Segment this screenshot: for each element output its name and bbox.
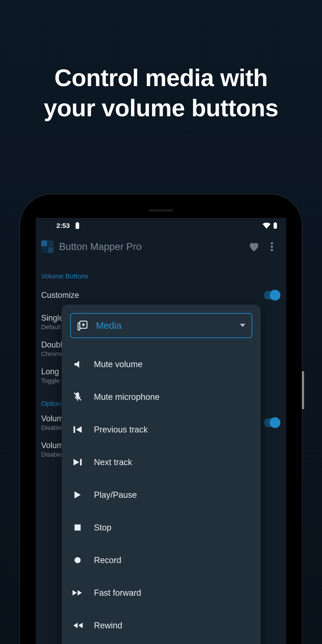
statusbar-time: 2:53 xyxy=(56,222,70,230)
menu-item-record[interactable]: Record xyxy=(62,544,261,576)
menu-item-play-pause[interactable]: Play/Pause xyxy=(62,478,261,511)
toggle-switch[interactable] xyxy=(264,291,280,300)
app-bar: Button Mapper Pro xyxy=(36,234,286,260)
chevron-down-icon xyxy=(240,324,245,327)
category-dropdown[interactable]: Media xyxy=(70,313,252,338)
svg-rect-2 xyxy=(274,223,277,229)
mute-volume-icon xyxy=(70,360,85,369)
stop-icon xyxy=(70,524,85,531)
svg-rect-3 xyxy=(274,222,276,224)
media-library-icon xyxy=(77,320,88,331)
headline-line2: your volume buttons xyxy=(44,94,278,122)
svg-point-4 xyxy=(271,242,273,244)
app-screen: 2:53 Button Mapper Pro xyxy=(36,218,286,644)
headline-line1: Control media with xyxy=(54,64,268,91)
play-pause-icon xyxy=(70,490,85,499)
menu-item-label: Mute microphone xyxy=(94,392,160,402)
menu-item-mute-microphone[interactable]: Mute microphone xyxy=(62,380,261,413)
menu-item-label: Mute volume xyxy=(94,360,143,369)
phone-speaker xyxy=(149,209,173,212)
prev-track-icon xyxy=(70,425,85,434)
mute-mic-icon xyxy=(70,392,85,402)
svg-point-14 xyxy=(74,557,80,563)
menu-item-label: Rewind xyxy=(94,621,122,630)
svg-point-6 xyxy=(271,249,273,251)
menu-item-label: Play/Pause xyxy=(94,490,137,500)
menu-item-stop[interactable]: Stop xyxy=(62,511,261,544)
svg-rect-12 xyxy=(80,459,82,465)
record-icon xyxy=(70,556,85,564)
phone-frame: 2:53 Button Mapper Pro xyxy=(20,194,302,644)
overflow-menu-button[interactable] xyxy=(263,238,281,256)
app-title: Button Mapper Pro xyxy=(59,241,245,252)
menu-item-mute-volume[interactable]: Mute volume xyxy=(62,348,261,380)
menu-item-fast-forward[interactable]: Fast forward xyxy=(62,576,261,609)
section-title-volume: Volume Buttons xyxy=(41,272,281,280)
status-bar: 2:53 xyxy=(36,218,286,234)
battery-icon xyxy=(75,222,80,229)
fast-forward-icon xyxy=(70,589,85,597)
svg-rect-13 xyxy=(74,524,80,530)
phone-power-button xyxy=(302,371,304,409)
rewind-icon xyxy=(70,622,85,630)
menu-item-label: Fast forward xyxy=(94,588,141,598)
svg-rect-0 xyxy=(76,223,79,229)
menu-item-label: Record xyxy=(94,556,122,565)
menu-item-label: Next track xyxy=(94,458,132,467)
menu-item-rewind[interactable]: Rewind xyxy=(62,609,261,642)
svg-point-5 xyxy=(271,246,273,248)
menu-item-previous-track[interactable]: Previous track xyxy=(62,413,261,446)
menu-item-label: Previous track xyxy=(94,425,148,434)
dropdown-label: Media xyxy=(96,320,240,331)
svg-rect-1 xyxy=(77,222,78,223)
svg-rect-11 xyxy=(74,426,75,433)
menu-item-label: Stop xyxy=(94,523,111,532)
row-title: Customize xyxy=(41,290,264,300)
toggle-switch[interactable] xyxy=(264,418,280,427)
app-icon xyxy=(41,240,54,253)
favorite-button[interactable] xyxy=(245,238,263,256)
battery-icon xyxy=(273,222,277,229)
media-actions-popup: Media Mute volume Mute microphone xyxy=(62,304,261,644)
promo-headline: Control media with your volume buttons xyxy=(0,62,322,123)
menu-item-next-track[interactable]: Next track xyxy=(62,446,261,478)
wifi-icon xyxy=(262,222,270,229)
next-track-icon xyxy=(70,458,85,467)
